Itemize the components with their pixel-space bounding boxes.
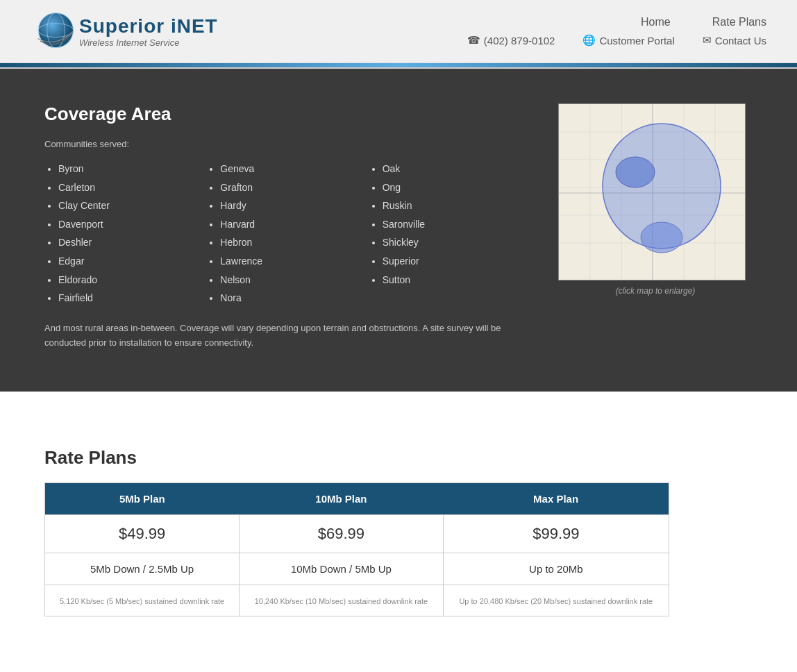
- map-caption: (click map to enlarge): [558, 286, 753, 296]
- logo-icon: [31, 7, 79, 56]
- list-item: Ruskin: [383, 196, 530, 215]
- coverage-section: Coverage Area Communities served: Byron …: [0, 69, 797, 392]
- price-1: $69.99: [318, 525, 364, 542]
- list-item: Byron: [58, 160, 206, 178]
- map-svg: [559, 104, 746, 280]
- list-item: Grafton: [220, 178, 368, 197]
- note-row: 5,120 Kb/sec (5 Mb/sec) sustained downli…: [45, 585, 669, 616]
- communities-grid: Byron Carleton Clay Center Davenport Des…: [44, 160, 530, 308]
- logo-subtitle: Wireless Internet Service: [79, 37, 218, 48]
- list-item: Harvard: [220, 215, 368, 234]
- white-gap: [0, 392, 797, 433]
- list-item: Nelson: [220, 271, 368, 289]
- community-col-1: Byron Carleton Clay Center Davenport Des…: [44, 160, 206, 308]
- list-item: Carleton: [58, 178, 206, 197]
- logo-title: Superior iNET: [79, 15, 218, 37]
- note-0: 5,120 Kb/sec (5 Mb/sec) sustained downli…: [60, 597, 224, 605]
- price-row: $49.99 $69.99 $99.99: [45, 515, 669, 553]
- list-item: Saronville: [383, 215, 530, 234]
- note-1: 10,240 Kb/sec (10 Mb/sec) sustained down…: [255, 597, 428, 605]
- coverage-map-area: (click map to enlarge): [558, 103, 753, 350]
- speed-0: 5Mb Down / 2.5Mb Up: [90, 563, 194, 575]
- svg-point-19: [641, 222, 682, 253]
- list-item: Davenport: [58, 215, 206, 234]
- plan-header-0: 5Mb Plan: [45, 483, 240, 515]
- speed-1: 10Mb Down / 5Mb Up: [291, 563, 392, 575]
- community-col-3: Oak Ong Ruskin Saronville Shickley Super…: [369, 160, 530, 308]
- header: Superior iNET Wireless Internet Service …: [0, 0, 797, 63]
- list-item: Fairfield: [58, 289, 206, 308]
- phone-number: (402) 879-0102: [484, 35, 555, 47]
- contact-bar: ☎ (402) 879-0102 🌐 Customer Portal ✉ Con…: [467, 34, 766, 47]
- globe-icon: 🌐: [582, 34, 596, 47]
- rate-plans-title: Rate Plans: [44, 447, 753, 469]
- list-item: Sutton: [383, 271, 530, 289]
- header-right: Home Rate Plans ☎ (402) 879-0102 🌐 Custo…: [467, 16, 766, 47]
- phone-link[interactable]: ☎ (402) 879-0102: [467, 34, 555, 47]
- contact-us-label: Contact Us: [715, 35, 766, 47]
- customer-portal-label: Customer Portal: [599, 35, 674, 47]
- list-item: Ong: [383, 178, 530, 197]
- speed-row: 5Mb Down / 2.5Mb Up 10Mb Down / 5Mb Up U…: [45, 553, 669, 585]
- list-item: Oak: [383, 160, 530, 178]
- rate-plans-table: 5Mb Plan 10Mb Plan Max Plan $49.99 $69.9…: [44, 482, 669, 616]
- list-item: Nora: [220, 289, 368, 308]
- phone-icon: ☎: [467, 34, 480, 47]
- list-item: Lawrence: [220, 252, 368, 271]
- coverage-map[interactable]: [558, 103, 746, 280]
- list-item: Geneva: [220, 160, 368, 178]
- svg-point-18: [616, 157, 655, 187]
- plan-header-2: Max Plan: [443, 483, 669, 515]
- speed-2: Up to 20Mb: [529, 563, 583, 575]
- coverage-content: Coverage Area Communities served: Byron …: [44, 103, 530, 350]
- logo-area: Superior iNET Wireless Internet Service: [31, 7, 218, 56]
- nav-rate-plans[interactable]: Rate Plans: [712, 16, 766, 28]
- logo-text: Superior iNET Wireless Internet Service: [79, 15, 218, 48]
- list-item: Eldorado: [58, 271, 206, 289]
- list-item: Clay Center: [58, 196, 206, 215]
- list-item: Hardy: [220, 196, 368, 215]
- plan-header-1: 10Mb Plan: [240, 483, 443, 515]
- list-item: Edgar: [58, 252, 206, 271]
- communities-label: Communities served:: [44, 139, 530, 149]
- list-item: Superior: [383, 252, 530, 271]
- customer-portal-link[interactable]: 🌐 Customer Portal: [582, 34, 674, 47]
- contact-us-link[interactable]: ✉ Contact Us: [703, 34, 766, 47]
- note-2: Up to 20,480 Kb/sec (20 Mb/sec) sustaine…: [459, 597, 653, 605]
- mail-icon: ✉: [703, 34, 712, 47]
- nav-home[interactable]: Home: [641, 16, 671, 28]
- community-col-2: Geneva Grafton Hardy Harvard Hebron Lawr…: [206, 160, 368, 308]
- main-nav: Home Rate Plans: [641, 16, 766, 28]
- list-item: Deshler: [58, 233, 206, 252]
- list-item: Shickley: [383, 233, 530, 252]
- list-item: Hebron: [220, 233, 368, 252]
- price-0: $49.99: [119, 525, 165, 542]
- rate-plans-section: Rate Plans 5Mb Plan 10Mb Plan Max Plan $…: [0, 433, 797, 658]
- price-2: $99.99: [532, 525, 579, 542]
- coverage-note: And most rural areas in-between. Coverag…: [44, 321, 530, 351]
- coverage-title: Coverage Area: [44, 103, 530, 125]
